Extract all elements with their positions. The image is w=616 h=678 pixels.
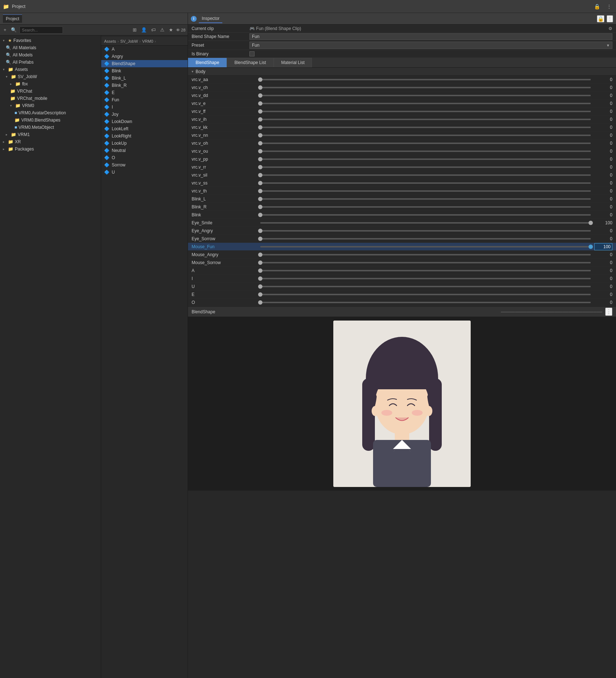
asset-item-blink-l[interactable]: 🔷 Blink_L [101, 75, 188, 82]
blend-value-input[interactable] [594, 243, 612, 250]
blend-row-vrc-v-aa[interactable]: vrc.v_aa0 [188, 76, 616, 84]
blend-row-a[interactable]: A0 [188, 267, 616, 275]
asset-item-u[interactable]: 🔷 U [101, 169, 188, 176]
blend-row-o[interactable]: O0 [188, 298, 616, 306]
blend-row-vrc-v-ou[interactable]: vrc.v_ou0 [188, 147, 616, 155]
tag-button[interactable]: 🏷 [150, 26, 157, 33]
blend-slider-container[interactable] [260, 270, 591, 271]
blend-slider-container[interactable] [260, 143, 591, 144]
blend-slider-container[interactable] [260, 174, 591, 176]
sidebar-item-vrm0[interactable]: ▾ 📁 VRM0 [0, 102, 101, 109]
sidebar-item-all-materials[interactable]: 🔍 All Materials [0, 44, 101, 51]
blend-slider-container[interactable] [260, 238, 591, 240]
blend-row-e[interactable]: E0 [188, 291, 616, 298]
preview-menu-button[interactable]: ⋮ [605, 308, 612, 316]
blend-slider-container[interactable] [260, 119, 591, 120]
asset-item-e[interactable]: 🔷 E [101, 89, 188, 96]
blend-row-eye-sorrow[interactable]: Eye_Sorrow0 [188, 235, 616, 243]
blend-row-vrc-v-e[interactable]: vrc.v_e0 [188, 99, 616, 107]
tab-blendshape[interactable]: BlendShape [188, 58, 227, 67]
asset-item-i[interactable]: 🔷 I [101, 103, 188, 111]
sidebar-item-vrm0-avatardesc[interactable]: ■ VRM0.AvatarDescription [0, 109, 101, 116]
star-filter-button[interactable]: ★ [167, 26, 175, 33]
blend-slider-container[interactable] [260, 246, 591, 247]
asset-item-angry[interactable]: 🔷 Angry [101, 53, 188, 60]
sidebar-item-packages[interactable]: ▸ 📁 Packages [0, 145, 101, 153]
asset-item-lookup[interactable]: 🔷 LookUp [101, 140, 188, 147]
asset-item-lookright[interactable]: 🔷 LookRight [101, 132, 188, 140]
sidebar-item-vrchat-mobile[interactable]: 📁 VRChat_mobile [0, 95, 101, 102]
blend-slider-container[interactable] [260, 135, 591, 136]
blend-slider-container[interactable] [260, 182, 591, 184]
tab-blendshape-list[interactable]: BlendShape List [227, 58, 273, 67]
blend-slider-container[interactable] [260, 254, 591, 255]
blend-row-blink-l[interactable]: Blink_L0 [188, 195, 616, 203]
blend-row-eye-smile[interactable]: Eye_Smile100 [188, 219, 616, 227]
blend-slider-container[interactable] [260, 286, 591, 287]
blend-slider-container[interactable] [260, 127, 591, 128]
blend-shape-name-input[interactable] [249, 33, 612, 40]
menu-button[interactable]: ⋮ [605, 3, 613, 10]
asset-item-a[interactable]: 🔷 A [101, 46, 188, 53]
asset-item-lookleft[interactable]: 🔷 LookLeft [101, 125, 188, 132]
blend-slider-container[interactable] [260, 222, 591, 224]
more-button[interactable]: ⋮ [607, 15, 613, 22]
blend-row-vrc-v-th[interactable]: vrc.v_th0 [188, 187, 616, 195]
breadcrumb-assets[interactable]: Assets [104, 39, 116, 43]
blend-row-mouse-fun[interactable]: Mouse_Fun [188, 243, 616, 251]
view-button[interactable]: ⊞ [131, 26, 138, 33]
lock-button[interactable]: 🔒 [597, 15, 604, 22]
blend-slider-container[interactable] [260, 190, 591, 192]
blend-row-vrc-v-ch[interactable]: vrc.v_ch0 [188, 84, 616, 92]
blend-slider-container[interactable] [260, 294, 591, 295]
blend-row-vrc-v-rr[interactable]: vrc.v_rr0 [188, 163, 616, 171]
sidebar-item-fbx[interactable]: ▸ 📁 fbx [0, 80, 101, 88]
sidebar-item-all-models[interactable]: 🔍 All Models [0, 51, 101, 59]
blend-slider-container[interactable] [260, 198, 591, 200]
breadcrumb-vrm0[interactable]: VRM0 [142, 39, 153, 43]
sidebar-item-svjobw[interactable]: ▾ 📁 SV_JobW [0, 73, 101, 80]
blend-slider-container[interactable] [260, 214, 591, 216]
blend-row-vrc-v-ss[interactable]: vrc.v_ss0 [188, 179, 616, 187]
blend-row-vrc-v-oh[interactable]: vrc.v_oh0 [188, 139, 616, 147]
asset-item-lookdown[interactable]: 🔷 LookDown [101, 118, 188, 125]
blend-slider-container[interactable] [260, 151, 591, 152]
lock-button[interactable]: 🔒 [593, 3, 602, 10]
sidebar-item-vrchat[interactable]: 📁 VRChat [0, 88, 101, 95]
blend-row-vrc-v-pp[interactable]: vrc.v_pp0 [188, 155, 616, 163]
is-binary-checkbox[interactable] [249, 51, 254, 56]
blend-slider-container[interactable] [260, 262, 591, 263]
asset-item-blendshape[interactable]: 🔷 BlendShape [101, 60, 188, 67]
blend-row-u[interactable]: U0 [188, 283, 616, 291]
blend-slider-container[interactable] [260, 206, 591, 208]
blend-row-i[interactable]: I0 [188, 275, 616, 283]
blend-slider-container[interactable] [260, 278, 591, 279]
blend-row-mouse-sorrow[interactable]: Mouse_Sorrow0 [188, 259, 616, 267]
search-input[interactable] [20, 26, 63, 34]
asset-item-fun[interactable]: 🔷 Fun [101, 96, 188, 103]
blend-slider-container[interactable] [260, 95, 591, 96]
blend-slider-container[interactable] [260, 103, 591, 104]
alert-button[interactable]: ⚠ [159, 26, 166, 33]
sidebar-item-vrm1[interactable]: ▸ 📁 VRM1 [0, 131, 101, 138]
clip-settings-button[interactable]: ⚙ [608, 26, 612, 31]
blend-row-vrc-v-dd[interactable]: vrc.v_dd0 [188, 92, 616, 99]
asset-item-blink[interactable]: 🔷 Blink [101, 67, 188, 75]
blend-slider-container[interactable] [260, 158, 591, 160]
blend-slider-container[interactable] [260, 111, 591, 112]
blend-row-vrc-v-nn[interactable]: vrc.v_nn0 [188, 131, 616, 139]
blend-slider-container[interactable] [260, 230, 591, 232]
sidebar-item-xr[interactable]: ▸ 📁 XR [0, 138, 101, 145]
asset-item-o[interactable]: 🔷 O [101, 154, 188, 161]
preset-dropdown[interactable]: Fun ▼ [249, 42, 612, 49]
blend-slider-container[interactable] [260, 79, 591, 80]
blend-row-blink[interactable]: Blink0 [188, 211, 616, 219]
asset-item-blink-r[interactable]: 🔷 Blink_R [101, 82, 188, 89]
project-tab[interactable]: Project [3, 14, 22, 23]
asset-item-sorrow[interactable]: 🔷 Sorrow [101, 161, 188, 169]
blend-row-vrc-v-ff[interactable]: vrc.v_ff0 [188, 107, 616, 115]
blend-slider-container[interactable] [260, 302, 591, 303]
filter-button[interactable]: 👤 [140, 26, 148, 33]
blend-row-mouse-angry[interactable]: Mouse_Angry0 [188, 251, 616, 259]
sidebar-item-assets[interactable]: ▾ 📁 Assets [0, 66, 101, 73]
